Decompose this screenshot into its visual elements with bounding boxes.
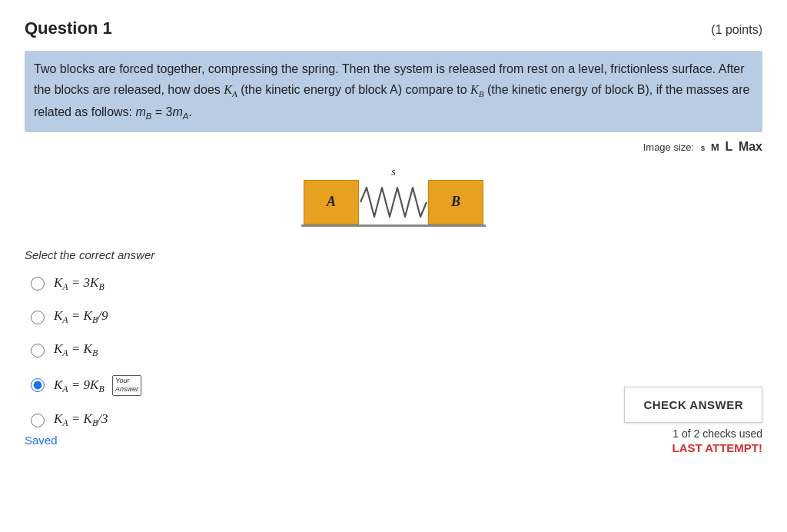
option-5-label[interactable]: KA = KB/3 <box>54 411 108 429</box>
spring-label: s <box>391 166 395 178</box>
image-size-m[interactable]: M <box>711 141 719 153</box>
bottom-bar: CHECK ANSWER 1 of 2 checks used LAST ATT… <box>624 387 762 454</box>
option-4-label[interactable]: KA = 9KB YourAnswer <box>54 375 141 396</box>
radio-option-5[interactable] <box>31 414 45 427</box>
spring-svg <box>359 180 428 224</box>
answer-option-1: KA = 3KB <box>31 275 762 293</box>
ground-line <box>301 224 486 227</box>
spring-diagram: A s B <box>25 166 762 227</box>
option-1-label[interactable]: KA = 3KB <box>54 275 105 293</box>
radio-option-1[interactable] <box>31 277 45 291</box>
answer-option-2: KA = KB/9 <box>31 308 762 326</box>
your-answer-badge: YourAnswer <box>112 375 141 396</box>
image-size-s[interactable]: s <box>701 144 706 152</box>
option-3-label[interactable]: KA = KB <box>54 341 98 359</box>
select-answer-label: Select the correct answer <box>25 248 762 261</box>
block-b: B <box>428 180 483 224</box>
question-title: Question 1 <box>25 18 112 38</box>
check-answer-button[interactable]: CHECK ANSWER <box>624 387 762 423</box>
last-attempt-text: LAST ATTEMPT! <box>672 441 762 454</box>
radio-option-4[interactable] <box>31 378 45 392</box>
block-a: A <box>304 180 359 224</box>
checks-used-text: 1 of 2 checks used <box>672 427 762 440</box>
radio-option-2[interactable] <box>31 311 45 324</box>
option-2-label[interactable]: KA = KB/9 <box>54 308 108 326</box>
image-size-max[interactable]: Max <box>739 140 762 153</box>
radio-option-3[interactable] <box>31 344 45 357</box>
saved-label: Saved <box>25 434 58 447</box>
question-text: Two blocks are forced together, compress… <box>25 51 762 132</box>
image-size-l[interactable]: L <box>725 140 732 153</box>
image-size-controls: Image size: s M L Max <box>25 140 762 154</box>
answer-option-3: KA = KB <box>31 341 762 359</box>
question-points: (1 points) <box>711 23 762 37</box>
image-size-label-text: Image size: <box>643 141 694 153</box>
